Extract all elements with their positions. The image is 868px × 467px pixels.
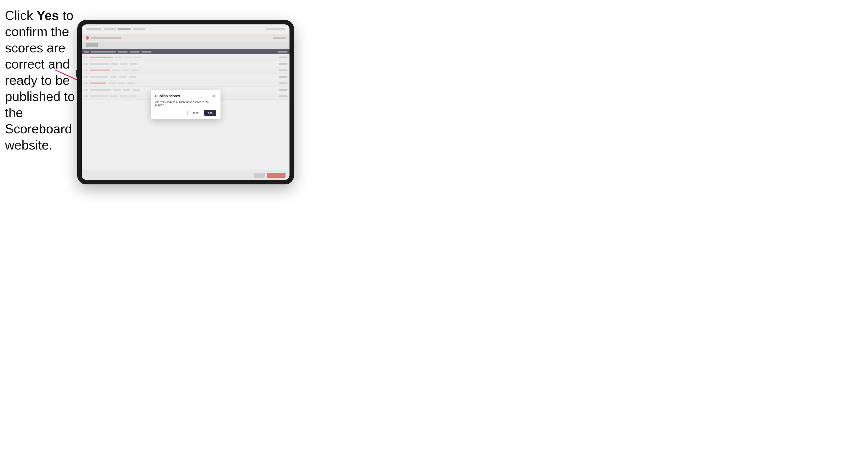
instruction-text-prefix: Click (5, 8, 37, 23)
publish-scores-dialog: Publish scores × Are you ready to publis… (151, 90, 220, 119)
yes-button[interactable]: Yes (204, 110, 216, 116)
dialog-overlay: Publish scores × Are you ready to publis… (82, 24, 289, 180)
dialog-title: Publish scores (155, 94, 180, 98)
tablet-screen: Publish scores × Are you ready to publis… (82, 24, 289, 180)
dialog-header: Publish scores × (155, 94, 216, 98)
dialog-actions: Cancel Yes (155, 110, 216, 116)
dialog-close-button[interactable]: × (212, 94, 216, 98)
instruction-text-suffix: to confirm the scores are correct and re… (5, 8, 75, 152)
tablet-device: Publish scores × Are you ready to publis… (77, 20, 294, 184)
tablet-side-button (76, 70, 77, 77)
instruction-bold: Yes (37, 8, 59, 23)
dialog-body: Are you ready to publish these scores to… (155, 100, 216, 106)
cancel-button[interactable]: Cancel (187, 110, 202, 116)
instruction-text: Click Yes to confirm the scores are corr… (5, 7, 77, 153)
